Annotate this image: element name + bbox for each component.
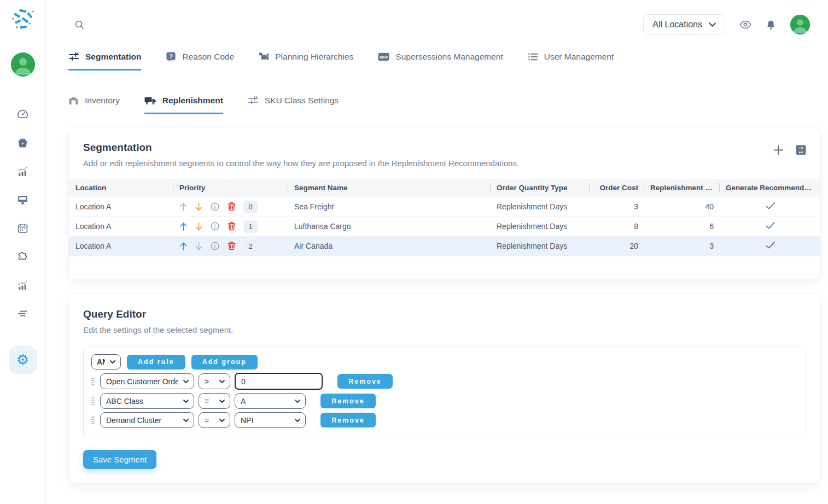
check-icon: [765, 203, 775, 212]
reports-chart-icon[interactable]: [17, 279, 29, 291]
cell-location: Location A: [69, 216, 173, 236]
table-row[interactable]: Location A 1 Lufthansa Cargo Replenishme…: [69, 216, 820, 236]
move-down-button[interactable]: [195, 202, 203, 212]
calculator-icon[interactable]: -× +=: [796, 145, 806, 155]
chevron-down-icon: [709, 22, 716, 27]
rule-value-select[interactable]: A: [235, 393, 306, 409]
bell-icon[interactable]: [766, 20, 776, 30]
delete-icon[interactable]: [227, 202, 236, 212]
svg-text:NEW: NEW: [380, 55, 388, 58]
check-icon: [765, 222, 775, 231]
table-bottom-spacer: [69, 256, 820, 279]
monitor-icon[interactable]: [17, 194, 29, 206]
basket-icon[interactable]: [17, 137, 29, 149]
tab-supersessions-management[interactable]: NEW Supersessions Management: [378, 51, 503, 71]
query-editor-subtitle: Edit the settings of the selected segmen…: [83, 325, 233, 335]
col-segment-name: Segment Name: [288, 179, 490, 197]
main-content: All Locations: [46, 0, 828, 504]
drag-handle[interactable]: [91, 376, 96, 387]
rule-field-select[interactable]: Open Customer Orders: [100, 373, 194, 389]
cell-location: Location A: [69, 236, 173, 256]
combinator-select[interactable]: AND: [91, 354, 121, 370]
cell-segment-name: Air Canada: [288, 236, 490, 256]
priority-badge: 1: [243, 220, 258, 233]
location-selector-label: All Locations: [652, 20, 702, 30]
check-icon: [765, 242, 775, 251]
tab-label: Segmentation: [85, 52, 141, 62]
rule-value-select[interactable]: NPI: [235, 412, 306, 428]
dashboard-gauge-icon[interactable]: [17, 108, 29, 120]
move-down-button[interactable]: [195, 222, 203, 231]
cell-segment-name: Lufthansa Cargo: [288, 216, 490, 236]
drag-handle[interactable]: [91, 415, 96, 426]
rule-row: Demand Cluster = NPI Remove: [91, 412, 798, 428]
segments-table: Location Priority Segment Name Order Qua…: [69, 179, 820, 256]
puzzle-icon[interactable]: [17, 250, 29, 262]
sidebar-nav: [17, 108, 29, 319]
search-icon[interactable]: [74, 20, 85, 30]
topbar-actions: All Locations: [643, 14, 810, 35]
subtab-replenishment[interactable]: Replenishment: [144, 96, 223, 114]
sub-tab-bar: Inventory Replenishment SKU Class Settin…: [46, 96, 828, 114]
move-up-button: [179, 202, 188, 212]
eye-icon[interactable]: [739, 20, 751, 29]
tab-reason-code[interactable]: ? Reason Code: [166, 51, 234, 71]
tab-label: Planning Hierarchies: [275, 52, 353, 62]
add-rule-button[interactable]: Add rule: [127, 355, 185, 370]
rule-field-select[interactable]: ABC Class: [100, 393, 194, 409]
segmentation-subtitle: Add or edit replenishment segments to co…: [83, 159, 519, 168]
query-builder: AND Add rule Add group Open Customer Ord…: [83, 347, 806, 436]
cell-order-cost: 20: [589, 236, 644, 256]
cell-segment-name: Sea Freight: [288, 197, 490, 216]
user-avatar[interactable]: [11, 52, 35, 77]
profile-avatar[interactable]: [790, 15, 810, 34]
delete-icon[interactable]: [227, 221, 236, 231]
move-down-button: [195, 242, 203, 251]
tab-user-management[interactable]: User Management: [528, 51, 614, 71]
segmentation-card: Segmentation Add or edit replenishment s…: [68, 127, 821, 279]
settings-nav-active[interactable]: ⚙: [9, 345, 37, 374]
add-group-button[interactable]: Add group: [191, 355, 258, 370]
remove-rule-button[interactable]: Remove: [320, 413, 376, 427]
segmentation-title: Segmentation: [83, 142, 519, 154]
warehouse-icon: [68, 96, 79, 106]
tab-planning-hierarchies[interactable]: Planning Hierarchies: [259, 51, 353, 71]
tab-label: Supersessions Management: [395, 52, 503, 62]
sliders-icon: [68, 52, 79, 62]
priority-controls: 1: [179, 220, 282, 233]
rule-operator-select[interactable]: =: [199, 393, 230, 409]
list-icon: [528, 52, 538, 61]
add-segment-button[interactable]: [773, 145, 784, 155]
topbar: All Locations: [46, 0, 828, 49]
tab-segmentation[interactable]: Segmentation: [68, 51, 141, 71]
sidebar: ⚙: [0, 0, 46, 504]
table-row[interactable]: Location A 0 Sea Freight Replenishment D…: [69, 197, 820, 216]
col-replenishment-days: Replenishment Days: [644, 179, 719, 197]
move-up-button[interactable]: [179, 242, 188, 251]
remove-rule-button[interactable]: Remove: [320, 394, 376, 408]
rule-operator-select[interactable]: =: [199, 412, 230, 428]
priority-badge: 2: [243, 240, 258, 253]
sliders-icon: [248, 96, 259, 106]
table-row-selected[interactable]: Location A 2 Air Canada Replenishment Da…: [69, 236, 820, 256]
info-icon[interactable]: [210, 241, 220, 251]
save-segment-button[interactable]: Save Segment: [83, 450, 156, 469]
layers-lines-icon[interactable]: [17, 307, 29, 319]
remove-rule-button[interactable]: Remove: [337, 374, 393, 389]
info-icon[interactable]: [210, 221, 220, 231]
drag-handle[interactable]: [91, 396, 96, 407]
calendar-icon[interactable]: [17, 222, 29, 234]
rule-operator-select[interactable]: >: [199, 373, 230, 389]
delete-icon[interactable]: [227, 241, 236, 251]
rule-value-input[interactable]: [235, 373, 323, 390]
rule-field-select[interactable]: Demand Cluster: [100, 412, 194, 428]
subtab-sku-class-settings[interactable]: SKU Class Settings: [248, 96, 339, 114]
cell-order-cost: 3: [589, 197, 644, 216]
subtab-inventory[interactable]: Inventory: [68, 96, 120, 114]
move-up-button[interactable]: [179, 222, 188, 231]
col-order-quantity-type: Order Quantity Type: [490, 179, 589, 197]
location-selector[interactable]: All Locations: [643, 14, 725, 35]
svg-text:?: ?: [170, 53, 173, 60]
info-icon[interactable]: [210, 202, 220, 212]
analytics-chart-icon[interactable]: [17, 165, 29, 177]
